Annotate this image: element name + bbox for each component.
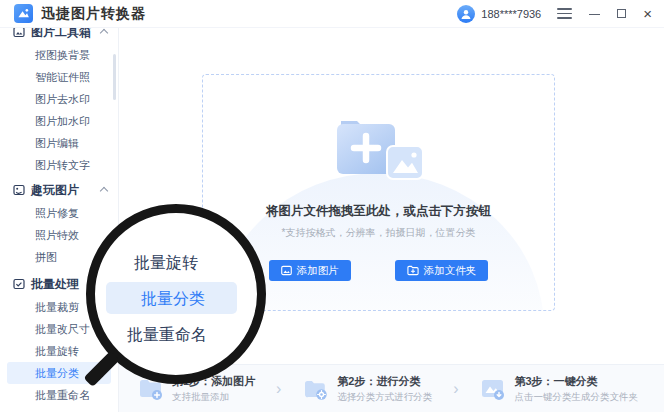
- folder-plus-icon: [407, 265, 419, 276]
- chevron-up-icon[interactable]: [100, 187, 108, 195]
- fun-images-icon: [13, 184, 25, 196]
- step3-one-key-classify-icon: [479, 375, 506, 402]
- dropzone-note: *支持按格式，分辨率，拍摄日期，位置分类: [282, 226, 476, 240]
- user-avatar[interactable]: [457, 5, 475, 23]
- magnified-item-batch-rotate: 批量旋转: [134, 253, 198, 274]
- step-subtitle: 支持批量添加: [172, 391, 255, 404]
- magnified-item-batch-rename: 批量重命名: [127, 325, 207, 346]
- add-folder-button[interactable]: 添加文件夹: [395, 260, 489, 281]
- app-logo-icon: [14, 4, 33, 23]
- close-button[interactable]: ×: [643, 6, 652, 21]
- sidebar-item-image-to-text[interactable]: 图片转文字: [0, 154, 118, 176]
- titlebar: 迅捷图片转换器 188****7936 ×: [0, 0, 664, 28]
- sidebar: 图片工具箱 抠图换背景 智能证件照 图片去水印 图片加水印 图片编辑 图片转文字…: [0, 28, 119, 412]
- app-title: 迅捷图片转换器: [41, 5, 146, 23]
- step-subtitle: 点击一键分类生成分类文件夹: [514, 391, 638, 404]
- add-folder-label: 添加文件夹: [424, 264, 477, 278]
- chevron-up-icon[interactable]: [100, 29, 108, 37]
- section-label: 图片工具箱: [31, 28, 91, 41]
- section-label: 批量处理: [31, 276, 79, 293]
- step-subtitle: 选择分类方式进行分类: [337, 391, 432, 404]
- sidebar-item-batch-rename[interactable]: 批量重命名: [0, 384, 118, 406]
- step-arrow-icon: ›: [453, 380, 458, 398]
- picture-icon: [281, 265, 292, 276]
- sidebar-item-image-edit[interactable]: 图片编辑: [0, 132, 118, 154]
- sidebar-item-remove-watermark[interactable]: 图片去水印: [0, 88, 118, 110]
- step-title: 第3步：一键分类: [514, 374, 638, 389]
- app-window: 迅捷图片转换器 188****7936 × 图片工具箱 抠图换背景 智能证件照 …: [0, 0, 664, 412]
- step2-classify-icon: [302, 375, 329, 402]
- step-arrow-icon: ›: [276, 380, 281, 398]
- section-label: 趣玩图片: [31, 182, 79, 199]
- sidebar-item-add-watermark[interactable]: 图片加水印: [0, 110, 118, 132]
- sidebar-section-fun-images[interactable]: 趣玩图片: [0, 178, 118, 202]
- step-3: 第3步：一键分类 点击一键分类生成分类文件夹: [479, 374, 638, 404]
- maximize-button[interactable]: [617, 9, 626, 18]
- menu-icon[interactable]: [557, 8, 572, 19]
- dropzone-headline: 将图片文件拖拽至此处，或点击下方按钮: [266, 203, 491, 220]
- add-folder-illustration-icon: [329, 115, 429, 185]
- sidebar-item-cutout-background[interactable]: 抠图换背景: [0, 44, 118, 66]
- minimize-button[interactable]: [589, 12, 600, 16]
- sidebar-item-photo-effects[interactable]: 照片特效: [0, 224, 118, 246]
- add-images-button[interactable]: 添加图片: [269, 260, 351, 281]
- step-title: 第2步：进行分类: [337, 374, 432, 389]
- sidebar-item-photo-repair[interactable]: 照片修复: [0, 202, 118, 224]
- image-toolbox-icon: [13, 28, 25, 38]
- step-2: 第2步：进行分类 选择分类方式进行分类: [302, 374, 432, 404]
- magnified-item-batch-classify: 批量分类: [141, 289, 205, 310]
- sidebar-item-smart-id-photo[interactable]: 智能证件照: [0, 66, 118, 88]
- add-images-label: 添加图片: [297, 264, 339, 278]
- sidebar-section-image-toolbox[interactable]: 图片工具箱: [0, 28, 118, 44]
- batch-processing-icon: [13, 278, 25, 290]
- account-number[interactable]: 188****7936: [481, 8, 541, 20]
